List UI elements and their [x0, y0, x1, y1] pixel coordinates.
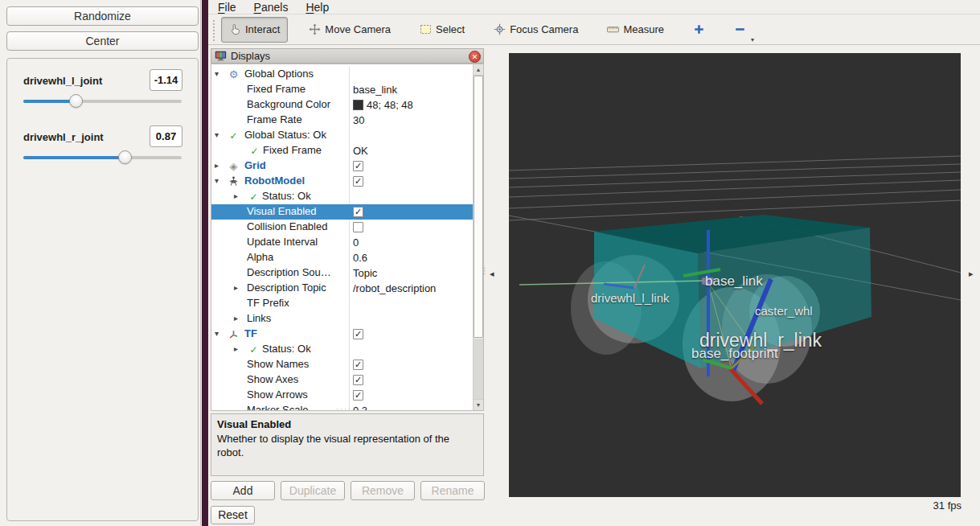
checkbox-checked[interactable]: ✓	[353, 360, 363, 370]
tool-minus-button[interactable]: ▾	[726, 17, 754, 43]
tree-row-show-axes[interactable]: Show Axes✓	[211, 372, 473, 388]
reset-button[interactable]: Reset	[211, 506, 255, 524]
close-icon[interactable]: ✕	[469, 51, 481, 63]
tree-row-visual-enabled[interactable]: Visual Enabled✓	[211, 204, 473, 220]
splitter-handle[interactable]: ·····	[336, 405, 356, 413]
property-value[interactable]: ✓	[349, 357, 473, 372]
checkbox-checked[interactable]: ✓	[353, 176, 363, 187]
property-value[interactable]: ✓	[349, 174, 473, 189]
joint-value-field[interactable]: 0.87	[150, 125, 182, 147]
splitter-collapse-right-icon[interactable]: ▸	[969, 269, 974, 279]
property-value[interactable]: 48; 48; 48	[349, 97, 473, 113]
checkbox-checked[interactable]: ✓	[353, 161, 363, 171]
property-value[interactable]: ✓	[349, 204, 473, 220]
expander-open-icon[interactable]: ▾	[215, 329, 219, 338]
tool-select-button[interactable]: Select	[412, 17, 473, 43]
tree-row-background-color[interactable]: Background Color48; 48; 48	[211, 97, 473, 113]
tool-interact-button[interactable]: Interact	[221, 17, 288, 43]
tool-focus-camera-button[interactable]: Focus Camera	[486, 17, 586, 43]
checkbox-checked[interactable]: ✓	[353, 329, 363, 339]
property-value[interactable]: 0.6	[349, 250, 473, 265]
property-value[interactable]: 0	[349, 235, 473, 250]
scrollbar-thumb[interactable]	[474, 76, 483, 338]
splitter-dots: ⋮	[481, 266, 489, 275]
scrollbar-up-icon[interactable]: ▲	[474, 64, 483, 76]
property-value[interactable]: ✓	[349, 372, 473, 388]
tree-row-status-ok[interactable]: ▸✓Status: Ok	[211, 342, 473, 357]
property-value[interactable]: 30	[349, 113, 473, 128]
tree-row-global-status-ok[interactable]: ▾✓Global Status: Ok	[211, 128, 473, 143]
property-value[interactable]: 0.3	[349, 403, 473, 411]
select-icon	[420, 23, 432, 35]
tree-row-links[interactable]: ▸Links	[211, 311, 473, 327]
property-value[interactable]: base_link	[349, 82, 473, 97]
tree-row-frame-rate[interactable]: Frame Rate30	[211, 113, 473, 128]
joint-slider[interactable]	[23, 94, 182, 109]
property-value	[349, 311, 473, 327]
checkbox-checked[interactable]: ✓	[353, 207, 363, 217]
fps-counter: 31 fps	[921, 499, 962, 512]
tree-row-fixed-frame[interactable]: ✓Fixed FrameOK	[211, 143, 473, 158]
expander-open-icon[interactable]: ▾	[215, 69, 219, 78]
slider-handle[interactable]	[69, 94, 83, 108]
property-label: Description Topic	[247, 281, 326, 294]
menu-panels[interactable]: Panels	[254, 1, 289, 14]
add-button[interactable]: Add	[211, 481, 275, 500]
tree-row-description-topic[interactable]: ▸Description Topic/robot_description	[211, 281, 473, 296]
tree-row-fixed-frame[interactable]: Fixed Framebase_link	[211, 82, 473, 97]
displays-panel-header[interactable]: Displays ✕	[211, 48, 484, 64]
tree-row-description-sou[interactable]: Description Sou…Topic	[211, 265, 473, 281]
tree-row-robotmodel[interactable]: ▾RobotModel✓	[211, 174, 473, 189]
property-value[interactable]: OK	[349, 143, 473, 158]
joint-value-field[interactable]: -1.14	[150, 69, 182, 91]
expander-closed-icon[interactable]: ▸	[234, 344, 238, 353]
menu-help[interactable]: Help	[305, 1, 329, 14]
checkbox-checked[interactable]: ✓	[353, 390, 363, 401]
tool-move-camera-button[interactable]: Move Camera	[301, 17, 399, 43]
property-value[interactable]: /robot_description	[349, 281, 473, 296]
randomize-button[interactable]: Randomize	[6, 6, 199, 26]
tree-row-grid[interactable]: ▸◈Grid✓	[211, 158, 473, 174]
toolbar-grip-handle[interactable]	[211, 18, 216, 41]
expander-closed-icon[interactable]: ▸	[234, 314, 238, 323]
joint-slider[interactable]	[23, 150, 182, 165]
checkbox-unchecked[interactable]	[353, 222, 363, 232]
render-viewport[interactable]: base_linkdrivewhl_l_linkcaster_whldrivew…	[509, 53, 961, 497]
slider-handle[interactable]	[118, 150, 132, 164]
expander-closed-icon[interactable]: ▸	[215, 161, 219, 170]
tree-row-global-options[interactable]: ▾⚙Global Options	[211, 67, 473, 82]
tree-row-show-names[interactable]: Show Names✓	[211, 357, 473, 372]
tree-row-tf-prefix[interactable]: TF Prefix	[211, 296, 473, 311]
tree-row-show-arrows[interactable]: Show Arrows✓	[211, 388, 473, 403]
help-text: Whether to display the visual representa…	[217, 432, 474, 459]
property-value[interactable]	[349, 220, 473, 235]
tool-plus-button[interactable]	[685, 17, 713, 43]
center-button[interactable]: Center	[6, 31, 199, 51]
tree-scrollbar[interactable]: ▲ ▼	[473, 64, 483, 410]
expander-closed-icon[interactable]: ▸	[234, 191, 238, 200]
property-value[interactable]: ✓	[349, 327, 473, 342]
checkbox-checked[interactable]: ✓	[353, 375, 363, 385]
plus-icon	[693, 23, 705, 35]
tree-row-alpha[interactable]: Alpha0.6	[211, 250, 473, 265]
scrollbar-down-icon[interactable]: ▼	[474, 399, 483, 410]
property-value[interactable]: ✓	[349, 388, 473, 403]
property-label: Grid	[244, 159, 266, 171]
expander-open-icon[interactable]: ▾	[215, 176, 219, 185]
tree-row-update-interval[interactable]: Update Interval0	[211, 235, 473, 250]
tool-measure-button[interactable]: Measure	[599, 17, 672, 43]
menu-file[interactable]: File	[218, 1, 236, 14]
grid-icon: ◈	[228, 160, 240, 172]
color-swatch[interactable]	[353, 100, 363, 110]
splitter-collapse-left-icon[interactable]: ◂	[490, 269, 494, 279]
tree-row-status-ok[interactable]: ▸✓Status: Ok	[211, 189, 473, 204]
property-value[interactable]: Topic	[349, 265, 473, 281]
tree-row-collision-enabled[interactable]: Collision Enabled	[211, 220, 473, 235]
expander-open-icon[interactable]: ▾	[215, 130, 219, 139]
property-value[interactable]: ✓	[349, 158, 473, 174]
scrollbar-groove[interactable]	[474, 339, 483, 399]
move-icon	[309, 23, 321, 35]
tree-row-tf[interactable]: ▾TF✓	[211, 327, 473, 342]
expander-closed-icon[interactable]: ▸	[234, 283, 238, 292]
property-help-panel: Visual Enabled Whether to display the vi…	[211, 413, 484, 476]
